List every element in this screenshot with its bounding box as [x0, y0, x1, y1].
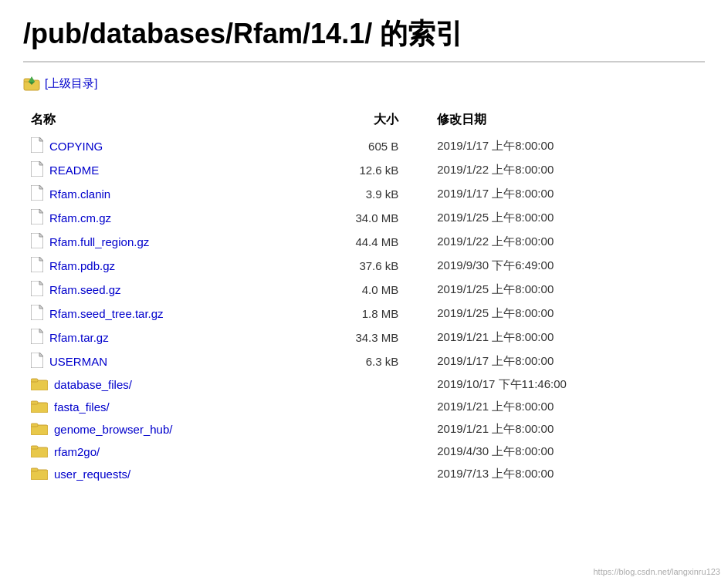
svg-marker-11 [39, 209, 43, 213]
svg-rect-31 [31, 446, 38, 449]
file-size [302, 441, 406, 463]
file-link[interactable]: Rfam.full_region.gz [49, 235, 149, 248]
file-icon [31, 305, 43, 322]
file-date: 2019/1/21 上午8:00:00 [406, 418, 705, 441]
file-icon [31, 233, 43, 251]
col-header-name: 名称 [23, 107, 302, 134]
file-link[interactable]: COPYING [49, 140, 103, 153]
file-date: 2019/1/21 上午8:00:00 [406, 396, 705, 418]
svg-marker-21 [39, 329, 43, 333]
file-size: 3.9 kB [302, 182, 406, 206]
svg-rect-29 [31, 424, 38, 427]
table-row: USERMAN6.3 kB2019/1/17 上午8:00:00 [23, 349, 705, 373]
table-row: Rfam.cm.gz34.0 MB2019/1/25 上午8:00:00 [23, 206, 705, 230]
folder-icon [31, 376, 48, 393]
parent-dir-link[interactable]: [上级目录] [45, 76, 97, 91]
file-date: 2019/10/17 下午11:46:00 [406, 373, 705, 396]
file-link[interactable]: Rfam.cm.gz [49, 211, 111, 224]
file-date: 2019/1/25 上午8:00:00 [406, 278, 705, 302]
file-icon [31, 281, 43, 299]
folder-icon [31, 399, 48, 415]
svg-marker-15 [39, 257, 43, 261]
col-header-date: 修改日期 [406, 107, 705, 134]
file-size: 12.6 kB [302, 158, 406, 182]
file-size: 6.3 kB [302, 349, 406, 373]
table-row: README12.6 kB2019/1/22 上午8:00:00 [23, 158, 705, 182]
file-size: 44.4 MB [302, 230, 406, 254]
file-link[interactable]: Rfam.seed.gz [49, 283, 121, 296]
file-link[interactable]: Rfam.seed_tree.tar.gz [49, 307, 164, 320]
table-row: Rfam.full_region.gz44.4 MB2019/1/22 上午8:… [23, 230, 705, 254]
file-date: 2019/4/30 上午8:00:00 [406, 441, 705, 463]
file-table: 名称 大小 修改日期 COPYING605 B2019/1/17 上午8:00:… [23, 107, 705, 485]
file-link[interactable]: Rfam.clanin [49, 187, 110, 201]
file-icon [31, 353, 43, 370]
file-date: 2019/1/25 上午8:00:00 [406, 206, 705, 230]
svg-rect-27 [31, 401, 38, 404]
file-icon [31, 209, 43, 227]
file-icon [31, 161, 43, 179]
table-row: Rfam.clanin3.9 kB2019/1/17 上午8:00:00 [23, 182, 705, 206]
file-date: 2019/1/21 上午8:00:00 [406, 326, 705, 349]
file-size: 37.6 kB [302, 254, 406, 278]
file-size: 1.8 MB [302, 302, 406, 326]
file-size: 605 B [302, 134, 406, 158]
svg-rect-25 [31, 379, 38, 382]
file-icon [31, 185, 43, 203]
table-row: Rfam.seed.gz4.0 MB2019/1/25 上午8:00:00 [23, 278, 705, 302]
svg-marker-7 [39, 161, 43, 165]
file-link[interactable]: README [49, 164, 99, 177]
parent-dir-section: [上级目录] [23, 75, 705, 92]
file-size [302, 396, 406, 418]
folder-link[interactable]: user_requests/ [54, 468, 130, 481]
file-size: 34.3 MB [302, 326, 406, 349]
folder-link[interactable]: fasta_files/ [54, 400, 110, 414]
file-icon [31, 137, 43, 155]
svg-marker-17 [39, 281, 43, 285]
file-icon [31, 329, 43, 346]
file-size: 34.0 MB [302, 206, 406, 230]
file-date: 2019/1/17 上午8:00:00 [406, 134, 705, 158]
file-size: 4.0 MB [302, 278, 406, 302]
file-date: 2019/1/22 上午8:00:00 [406, 230, 705, 254]
file-date: 2019/7/13 上午8:00:00 [406, 463, 705, 485]
watermark: https://blog.csdn.net/langxinru123 [593, 567, 720, 576]
table-row: user_requests/2019/7/13 上午8:00:00 [23, 463, 705, 485]
svg-rect-33 [31, 468, 38, 471]
file-size [302, 373, 406, 396]
col-header-size: 大小 [302, 107, 406, 134]
folder-icon [31, 421, 48, 437]
file-date: 2019/1/25 上午8:00:00 [406, 302, 705, 326]
folder-link[interactable]: genome_browser_hub/ [54, 423, 172, 436]
file-size [302, 463, 406, 485]
svg-marker-19 [39, 305, 43, 309]
folder-icon [31, 466, 48, 482]
table-row: fasta_files/2019/1/21 上午8:00:00 [23, 396, 705, 418]
table-header-row: 名称 大小 修改日期 [23, 107, 705, 134]
file-size [302, 418, 406, 441]
svg-marker-13 [39, 233, 43, 237]
table-row: Rfam.seed_tree.tar.gz1.8 MB2019/1/25 上午8… [23, 302, 705, 326]
file-date: 2019/1/17 上午8:00:00 [406, 349, 705, 373]
svg-marker-23 [39, 353, 43, 356]
table-row: rfam2go/2019/4/30 上午8:00:00 [23, 441, 705, 463]
file-link[interactable]: Rfam.pdb.gz [49, 259, 115, 272]
folder-icon [31, 444, 48, 460]
table-row: Rfam.tar.gz34.3 MB2019/1/21 上午8:00:00 [23, 326, 705, 349]
folder-link[interactable]: rfam2go/ [54, 445, 100, 458]
file-link[interactable]: USERMAN [49, 355, 107, 368]
file-date: 2019/1/17 上午8:00:00 [406, 182, 705, 206]
file-icon [31, 257, 43, 275]
file-link[interactable]: Rfam.tar.gz [49, 331, 109, 344]
table-row: database_files/2019/10/17 下午11:46:00 [23, 373, 705, 396]
file-date: 2019/1/22 上午8:00:00 [406, 158, 705, 182]
table-row: Rfam.pdb.gz37.6 kB2019/9/30 下午6:49:00 [23, 254, 705, 278]
table-row: COPYING605 B2019/1/17 上午8:00:00 [23, 134, 705, 158]
table-row: genome_browser_hub/2019/1/21 上午8:00:00 [23, 418, 705, 441]
page-title: /pub/databases/Rfam/14.1/ 的索引 [23, 15, 705, 62]
file-date: 2019/9/30 下午6:49:00 [406, 254, 705, 278]
svg-marker-9 [39, 185, 43, 189]
folder-up-icon [23, 75, 40, 92]
svg-marker-5 [39, 137, 43, 141]
folder-link[interactable]: database_files/ [54, 378, 132, 391]
